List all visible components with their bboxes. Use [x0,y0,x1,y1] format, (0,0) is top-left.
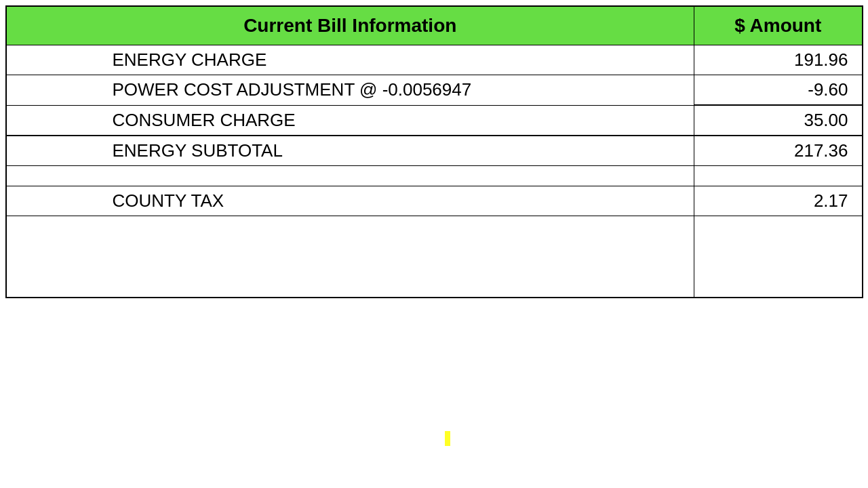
row-label-1: POWER COST ADJUSTMENT @ -0.0056947 [6,75,694,106]
empty-amount-cell [694,216,863,298]
row-label-3: ENERGY SUBTOTAL [6,136,694,166]
empty-cell [6,216,694,298]
table-row: CONSUMER CHARGE35.00 [6,105,863,136]
row-label-2: CONSUMER CHARGE [6,105,694,136]
cursor-marker [445,431,450,446]
row-label-0: ENERGY CHARGE [6,45,694,75]
row-label-4: COUNTY TAX [6,186,694,216]
spacer-cell [6,166,694,186]
table-header-amount: $ Amount [694,6,863,45]
row-amount-2: 35.00 [694,105,863,136]
row-amount-0: 191.96 [694,45,863,75]
table-header-description: Current Bill Information [6,6,694,45]
table-row: POWER COST ADJUSTMENT @ -0.0056947-9.60 [6,75,863,106]
row-amount-1: -9.60 [694,75,863,106]
row-amount-3: 217.36 [694,136,863,166]
spacer-amount-cell [694,166,863,186]
row-amount-4: 2.17 [694,186,863,216]
table-row: COUNTY TAX2.17 [6,186,863,216]
bill-information-table: Current Bill Information $ Amount ENERGY… [5,5,863,298]
table-row: ENERGY CHARGE191.96 [6,45,863,75]
table-row: ENERGY SUBTOTAL217.36 [6,136,863,166]
